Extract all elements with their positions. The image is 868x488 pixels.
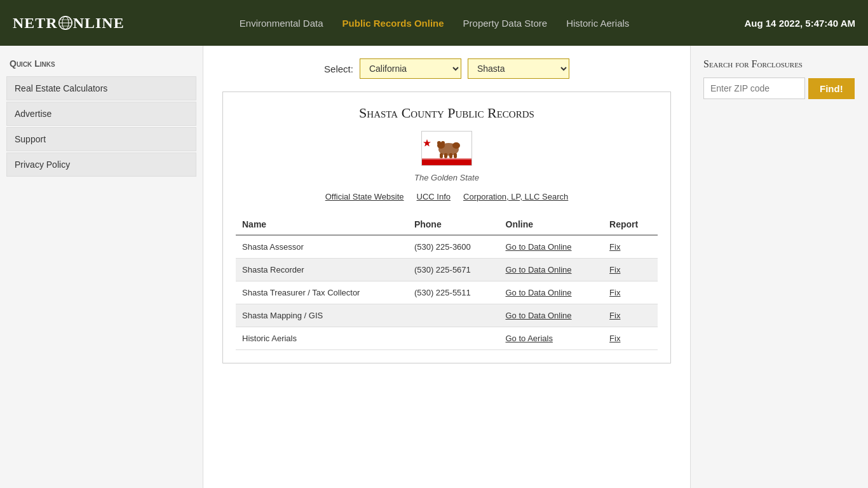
state-flag-container: CALIFORNIA REPUBLIC xyxy=(236,131,658,168)
cell-online: Go to Data Online xyxy=(499,259,604,281)
go-to-data-link[interactable]: Go to Aerials xyxy=(506,334,553,343)
svg-point-10 xyxy=(452,142,460,149)
svg-rect-13 xyxy=(440,153,443,158)
datetime-display: Aug 14 2022, 5:47:40 AM xyxy=(744,18,855,29)
right-sidebar: Search for Forclosures Find! xyxy=(690,46,868,488)
main-content: Select: California Shasta Shasta County … xyxy=(203,46,690,488)
svg-text:CALIFORNIA REPUBLIC: CALIFORNIA REPUBLIC xyxy=(430,160,466,164)
zip-search-row: Find! xyxy=(703,78,855,99)
official-state-website-link[interactable]: Official State Website xyxy=(325,192,404,201)
cell-online: Go to Data Online xyxy=(499,304,604,327)
cell-report: Fix xyxy=(603,235,658,259)
go-to-data-link[interactable]: Go to Data Online xyxy=(506,288,572,297)
state-county-selector-row: Select: California Shasta xyxy=(222,58,671,79)
col-report: Report xyxy=(603,214,658,235)
main-nav: Environmental Data Public Records Online… xyxy=(240,18,630,29)
header: NETR NLINE Environmental Data Public Rec… xyxy=(0,0,868,46)
sidebar-item-real-estate-calculators[interactable]: Real Estate Calculators xyxy=(6,76,196,100)
fix-link[interactable]: Fix xyxy=(609,265,620,274)
cell-phone: (530) 225-3600 xyxy=(408,235,499,259)
table-body: Shasta Assessor(530) 225-3600Go to Data … xyxy=(236,235,658,350)
sidebar-item-privacy-policy[interactable]: Privacy Policy xyxy=(6,152,196,177)
svg-rect-14 xyxy=(444,153,447,158)
sidebar-item-advertise[interactable]: Advertise xyxy=(6,102,196,126)
cell-name: Shasta Recorder xyxy=(236,259,408,281)
cell-phone: (530) 225-5511 xyxy=(408,281,499,304)
cell-name: Shasta Treasurer / Tax Collector xyxy=(236,281,408,304)
logo-globe xyxy=(58,16,72,30)
county-select[interactable]: Shasta xyxy=(468,58,569,79)
fix-link[interactable]: Fix xyxy=(609,288,620,297)
go-to-data-link[interactable]: Go to Data Online xyxy=(506,311,572,320)
nav-property-data-store[interactable]: Property Data Store xyxy=(463,18,548,29)
fix-link[interactable]: Fix xyxy=(609,311,620,320)
quick-links-heading: Quick Links xyxy=(6,58,196,69)
nav-environmental-data[interactable]: Environmental Data xyxy=(240,18,323,29)
state-flag: CALIFORNIA REPUBLIC xyxy=(421,131,472,166)
foreclosure-title: Search for Forclosures xyxy=(703,58,855,70)
select-label: Select: xyxy=(324,64,353,74)
table-row: Historic AerialsGo to AerialsFix xyxy=(236,327,658,350)
state-links-row: Official State Website UCC Info Corporat… xyxy=(236,192,658,201)
svg-point-11 xyxy=(437,141,441,145)
cell-phone xyxy=(408,327,499,350)
table-row: Shasta Recorder(530) 225-5671Go to Data … xyxy=(236,259,658,281)
cell-phone xyxy=(408,304,499,327)
cell-online: Go to Aerials xyxy=(499,327,604,350)
nav-historic-aerials[interactable]: Historic Aerials xyxy=(566,18,629,29)
main-wrapper: Quick Links Real Estate Calculators Adve… xyxy=(0,46,868,488)
fix-link[interactable]: Fix xyxy=(609,242,620,252)
col-name: Name xyxy=(236,214,408,235)
records-table: Name Phone Online Report Shasta Assessor… xyxy=(236,214,658,350)
col-online: Online xyxy=(499,214,604,235)
cell-name: Shasta Assessor xyxy=(236,235,408,259)
logo[interactable]: NETR NLINE xyxy=(13,15,125,32)
fix-link[interactable]: Fix xyxy=(609,334,620,343)
sidebar-item-support[interactable]: Support xyxy=(6,127,196,151)
ucc-info-link[interactable]: UCC Info xyxy=(417,192,451,201)
go-to-data-link[interactable]: Go to Data Online xyxy=(506,265,572,274)
state-caption: The Golden State xyxy=(236,173,658,182)
table-row: Shasta Treasurer / Tax Collector(530) 22… xyxy=(236,281,658,304)
county-section: Shasta County Public Records xyxy=(222,92,671,363)
svg-rect-15 xyxy=(449,153,452,158)
go-to-data-link[interactable]: Go to Data Online xyxy=(506,242,572,252)
col-phone: Phone xyxy=(408,214,499,235)
cell-online: Go to Data Online xyxy=(499,235,604,259)
table-header-row: Name Phone Online Report xyxy=(236,214,658,235)
county-title: Shasta County Public Records xyxy=(236,105,658,121)
cell-name: Shasta Mapping / GIS xyxy=(236,304,408,327)
cell-name: Historic Aerials xyxy=(236,327,408,350)
svg-rect-16 xyxy=(454,153,457,158)
find-button[interactable]: Find! xyxy=(808,78,855,99)
table-row: Shasta Assessor(530) 225-3600Go to Data … xyxy=(236,235,658,259)
cell-report: Fix xyxy=(603,259,658,281)
sidebar: Quick Links Real Estate Calculators Adve… xyxy=(0,46,203,488)
cell-report: Fix xyxy=(603,304,658,327)
cell-report: Fix xyxy=(603,281,658,304)
cell-report: Fix xyxy=(603,327,658,350)
table-row: Shasta Mapping / GISGo to Data OnlineFix xyxy=(236,304,658,327)
cell-online: Go to Data Online xyxy=(499,281,604,304)
cell-phone: (530) 225-5671 xyxy=(408,259,499,281)
corporation-search-link[interactable]: Corporation, LP, LLC Search xyxy=(463,192,568,201)
zip-input[interactable] xyxy=(703,78,805,99)
nav-public-records-online[interactable]: Public Records Online xyxy=(342,18,444,29)
state-select[interactable]: California xyxy=(360,58,461,79)
svg-point-12 xyxy=(441,141,445,145)
